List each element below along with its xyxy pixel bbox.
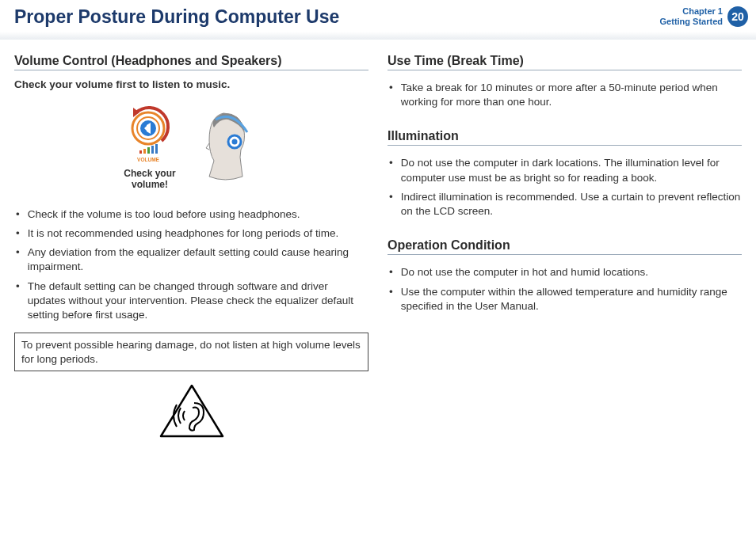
- list-item: Take a break for 10 minutes or more afte…: [388, 78, 742, 112]
- volume-caption: Check your volume!: [122, 168, 178, 191]
- chapter-label: Chapter 1 Getting Started: [660, 6, 723, 27]
- section-illumination-title: Illumination: [388, 129, 742, 146]
- section-volume-title: Volume Control (Headphones and Speakers): [14, 54, 368, 70]
- list-item: Do not use the computer in dark location…: [388, 154, 742, 187]
- svg-rect-6: [151, 146, 154, 154]
- page-number-badge: 20: [727, 6, 748, 27]
- content-area: Volume Control (Headphones and Speakers)…: [0, 40, 756, 442]
- chapter-block: Chapter 1 Getting Started 20: [660, 6, 748, 27]
- svg-rect-5: [147, 147, 150, 154]
- list-item: Any deviation from the equalizer default…: [14, 243, 368, 276]
- list-item: Do not use the computer in hot and humid…: [388, 263, 742, 282]
- svg-rect-4: [143, 149, 146, 154]
- left-column: Volume Control (Headphones and Speakers)…: [14, 54, 368, 442]
- list-item: Indirect illumination is recommended. Us…: [388, 188, 742, 221]
- svg-rect-7: [155, 144, 158, 154]
- chapter-line1: Chapter 1: [660, 6, 723, 17]
- page-title: Proper Posture During Computer Use: [14, 6, 339, 28]
- list-item: The default setting can be changed throu…: [14, 277, 368, 325]
- hearing-hazard-icon: [14, 382, 368, 442]
- list-item: Check if the volume is too loud before u…: [14, 205, 368, 224]
- svg-rect-3: [139, 150, 142, 154]
- volume-dial-icon: VOLUME Check your volume!: [122, 101, 178, 191]
- volume-subhead: Check your volume first to listen to mus…: [14, 78, 368, 90]
- person-headphones-icon: [185, 108, 261, 184]
- usetime-bullets: Take a break for 10 minutes or more afte…: [388, 78, 742, 112]
- hearing-warning-box: To prevent possible hearing damage, do n…: [14, 333, 368, 371]
- list-item: It is not recommended using headphones f…: [14, 224, 368, 243]
- chapter-line2: Getting Started: [660, 17, 723, 27]
- section-usetime-title: Use Time (Break Time): [388, 54, 742, 70]
- svg-point-9: [232, 139, 238, 144]
- document-header: Proper Posture During Computer Use Chapt…: [0, 0, 756, 40]
- volume-illustration: VOLUME Check your volume!: [14, 101, 368, 191]
- operation-bullets: Do not use the computer in hot and humid…: [388, 263, 742, 316]
- volume-bullets: Check if the volume is too loud before u…: [14, 205, 368, 325]
- right-column: Use Time (Break Time) Take a break for 1…: [388, 54, 742, 442]
- illumination-bullets: Do not use the computer in dark location…: [388, 154, 742, 221]
- list-item: Use the computer within the allowed temp…: [388, 283, 742, 316]
- volume-word: VOLUME: [137, 157, 159, 162]
- section-operation-title: Operation Condition: [388, 238, 742, 255]
